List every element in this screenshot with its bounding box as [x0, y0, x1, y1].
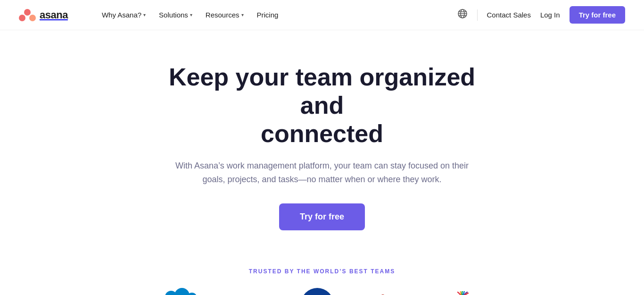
brand-name: asana	[40, 9, 68, 21]
nav-pricing[interactable]: Pricing	[257, 11, 279, 19]
nav-links: Why Asana? ▾ Solutions ▾ Resources ▾ Pri…	[83, 0, 297, 30]
trusted-label: TRUSTED BY THE WORLD’S BEST TEAMS	[249, 268, 395, 275]
asana-logo-icon	[19, 8, 36, 22]
nav-why-asana[interactable]: Why Asana? ▾	[102, 11, 146, 19]
nav-divider	[477, 9, 478, 21]
chevron-down-icon: ▾	[190, 12, 192, 17]
chevron-down-icon: ▾	[241, 12, 244, 17]
login-link[interactable]: Log In	[540, 11, 560, 19]
nav-right: Contact Sales Log In Try for free	[457, 6, 625, 24]
hero-title: Keep your team organized and connected	[157, 63, 487, 148]
nav-resources[interactable]: Resources ▾	[206, 11, 244, 19]
trusted-section: TRUSTED BY THE WORLD’S BEST TEAMS VOXMED…	[0, 254, 644, 295]
svg-point-1	[19, 15, 25, 21]
nav-try-button[interactable]: Try for free	[570, 6, 625, 24]
logos-row: VOXMEDIA salesforce Deloitte. NASA	[19, 288, 625, 295]
contact-sales-link[interactable]: Contact Sales	[487, 11, 531, 19]
salesforce-logo: salesforce	[159, 291, 201, 295]
hero-subtitle: With Asana’s work management platform, y…	[171, 159, 473, 186]
svg-point-0	[24, 9, 31, 16]
logo[interactable]: asana	[19, 8, 68, 22]
nbc-peacock-icon	[455, 291, 470, 295]
hero-cta-button[interactable]: Try for free	[279, 203, 365, 230]
chevron-down-icon: ▾	[143, 12, 146, 17]
language-selector[interactable]	[457, 8, 468, 21]
comcast-nbcuniversal-logo: COMCASTNBCUNIVERSAL	[440, 291, 484, 295]
nav-left: asana Why Asana? ▾ Solutions ▾ Resources…	[19, 0, 297, 30]
svg-point-2	[29, 15, 36, 21]
navbar: asana Why Asana? ▾ Solutions ▾ Resources…	[0, 0, 644, 30]
nasa-logo: NASA	[301, 288, 334, 295]
nav-solutions[interactable]: Solutions ▾	[159, 11, 192, 19]
hero-section: Keep your team organized and connected W…	[0, 30, 644, 254]
